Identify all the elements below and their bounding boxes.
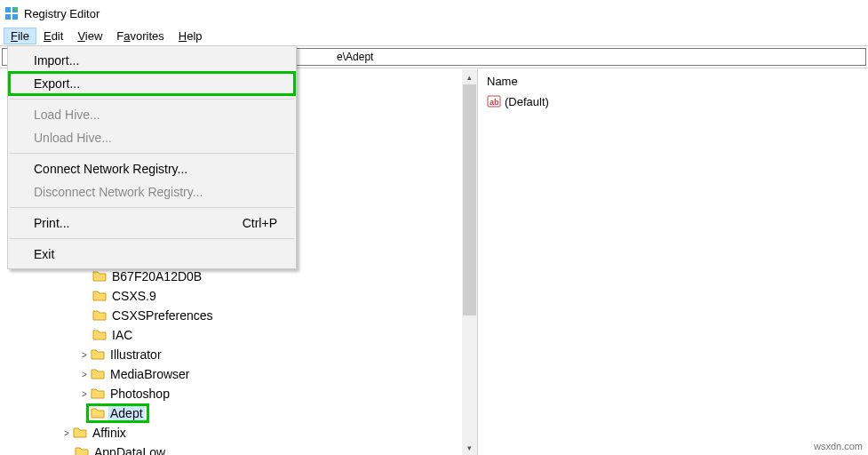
tree-item[interactable]: B67F20A12D0B — [110, 269, 203, 283]
address-text: e\Adept — [337, 51, 373, 63]
menu-help[interactable]: Help — [171, 28, 210, 44]
menu-edit[interactable]: Edit — [36, 28, 70, 44]
tree-item[interactable]: CSXSPreferences — [110, 308, 215, 323]
folder-icon — [91, 347, 105, 362]
menu-load-hive: Load Hive... — [9, 103, 295, 126]
tree-item[interactable]: AppDataLow — [92, 445, 167, 455]
menu-connect-network[interactable]: Connect Network Registry... — [9, 157, 295, 180]
menu-separator — [10, 238, 294, 239]
menu-view[interactable]: View — [70, 28, 109, 44]
menu-favorites[interactable]: Favorites — [109, 28, 171, 44]
tree-item[interactable]: Affinix — [91, 426, 128, 440]
tree-item[interactable]: Illustrator — [108, 347, 163, 362]
watermark: wsxdn.com — [814, 441, 863, 451]
menubar: File Edit View Favorites Help — [0, 27, 868, 46]
menu-exit[interactable]: Exit — [9, 243, 295, 266]
menu-print-shortcut: Ctrl+P — [243, 216, 277, 230]
folder-icon — [73, 426, 87, 440]
svg-text:ab: ab — [490, 98, 499, 107]
titlebar: Registry Editor — [0, 0, 868, 27]
expand-icon[interactable]: > — [78, 389, 91, 399]
tree-item[interactable]: CSXS.9 — [110, 289, 158, 303]
menu-import[interactable]: Import... — [9, 49, 295, 72]
menu-disconnect-network: Disconnect Network Registry... — [9, 180, 295, 204]
menu-file[interactable]: File — [4, 28, 36, 44]
scroll-thumb[interactable] — [463, 84, 476, 315]
string-value-icon: ab — [487, 94, 501, 108]
window-title: Registry Editor — [24, 7, 100, 20]
tree-item[interactable]: Photoshop — [108, 387, 171, 401]
folder-icon — [92, 269, 107, 283]
column-header-name[interactable]: Name — [487, 73, 859, 93]
svg-rect-0 — [5, 7, 11, 12]
regedit-icon — [4, 6, 19, 20]
tree-item[interactable]: IAC — [110, 328, 134, 342]
folder-icon — [91, 387, 105, 401]
expand-icon[interactable]: > — [60, 428, 73, 438]
folder-icon — [92, 289, 107, 303]
expand-icon[interactable]: > — [78, 350, 91, 360]
menu-print-label: Print... — [34, 216, 69, 230]
scroll-down-icon[interactable]: ▾ — [462, 440, 477, 455]
file-dropdown: Import... Export... Load Hive... Unload … — [7, 45, 297, 269]
scrollbar-vertical[interactable]: ▴ ▾ — [462, 69, 477, 455]
registry-tree[interactable]: ∨ Adobe B67F20A12D0B CSXS.9 CSXSPreferen… — [0, 247, 462, 455]
list-item[interactable]: ab (Default) — [487, 93, 859, 109]
menu-separator — [10, 153, 294, 154]
menu-print[interactable]: Print... Ctrl+P — [9, 212, 295, 235]
tree-item-selected[interactable]: Adept — [89, 406, 147, 420]
scroll-up-icon[interactable]: ▴ — [462, 69, 477, 84]
folder-icon — [75, 445, 89, 455]
svg-rect-2 — [5, 14, 11, 20]
menu-export[interactable]: Export... — [9, 72, 295, 95]
expand-icon[interactable]: > — [78, 370, 91, 379]
svg-point-4 — [14, 7, 18, 11]
value-name: (Default) — [505, 95, 549, 108]
folder-icon — [92, 308, 107, 323]
tree-item[interactable]: MediaBrowser — [108, 367, 191, 381]
menu-separator — [10, 99, 294, 100]
values-pane: Name ab (Default) — [478, 69, 868, 455]
svg-rect-3 — [12, 14, 18, 20]
menu-separator — [10, 207, 294, 208]
tree-item-adept: Adept — [108, 406, 145, 420]
folder-icon — [91, 406, 105, 420]
folder-icon — [91, 367, 105, 381]
folder-icon — [92, 328, 107, 342]
menu-unload-hive: Unload Hive... — [9, 126, 295, 149]
